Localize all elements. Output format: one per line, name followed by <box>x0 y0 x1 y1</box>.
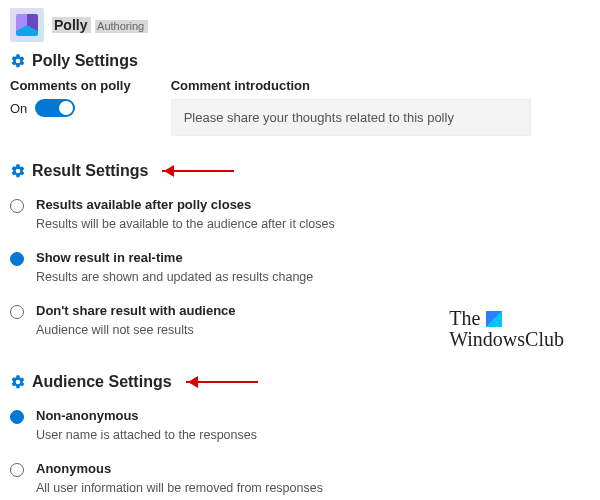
annotation-arrow-icon <box>162 165 242 177</box>
comments-toggle[interactable] <box>35 99 75 117</box>
gear-icon <box>10 374 26 390</box>
option-desc: User name is attached to the responses <box>36 426 257 444</box>
watermark-line2: WindowsClub <box>449 329 564 350</box>
option-desc: Audience will not see results <box>36 321 236 339</box>
audience-settings-heading: Audience Settings <box>10 373 590 391</box>
gear-icon <box>10 53 26 69</box>
option-title: Results available after polly closes <box>36 196 335 215</box>
option-desc: Results are shown and updated as results… <box>36 268 313 286</box>
section-title: Audience Settings <box>32 373 172 391</box>
radio-icon[interactable] <box>10 252 24 266</box>
option-title: Don't share result with audience <box>36 302 236 321</box>
result-option-after-close[interactable]: Results available after polly closes Res… <box>10 188 590 241</box>
comments-label: Comments on polly <box>10 78 131 93</box>
radio-icon[interactable] <box>10 305 24 319</box>
audience-option-non-anonymous[interactable]: Non-anonymous User name is attached to t… <box>10 399 590 452</box>
radio-icon[interactable] <box>10 199 24 213</box>
app-subtitle: Authoring <box>95 20 148 33</box>
app-name: Polly <box>52 17 91 34</box>
gear-icon <box>10 163 26 179</box>
option-title: Anonymous <box>36 460 323 479</box>
radio-icon[interactable] <box>10 410 24 424</box>
option-desc: Results will be available to the audienc… <box>36 215 335 233</box>
result-option-realtime[interactable]: Show result in real-time Results are sho… <box>10 241 590 294</box>
section-title: Result Settings <box>32 162 148 180</box>
polly-settings-heading: Polly Settings <box>10 52 590 70</box>
comments-state: On <box>10 101 27 116</box>
app-header: Polly Authoring <box>10 8 590 42</box>
polly-app-icon <box>10 8 44 42</box>
comment-intro-input[interactable] <box>171 99 531 136</box>
audience-radio-group: Non-anonymous User name is attached to t… <box>10 399 590 500</box>
audience-option-anonymous[interactable]: Anonymous All user information will be r… <box>10 452 590 500</box>
option-title: Non-anonymous <box>36 407 257 426</box>
watermark-line1: The <box>449 308 480 329</box>
option-title: Show result in real-time <box>36 249 313 268</box>
result-settings-heading: Result Settings <box>10 162 590 180</box>
radio-icon[interactable] <box>10 463 24 477</box>
watermark-logo-icon <box>486 311 502 327</box>
comment-intro-label: Comment introduction <box>171 78 590 93</box>
watermark: The WindowsClub <box>449 308 564 350</box>
section-title: Polly Settings <box>32 52 138 70</box>
option-desc: All user information will be removed fro… <box>36 479 323 497</box>
annotation-arrow-icon <box>186 376 266 388</box>
